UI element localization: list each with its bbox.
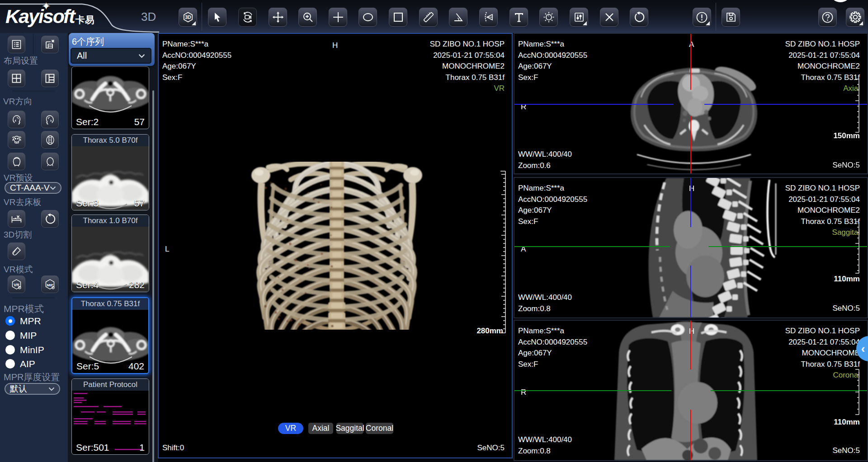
svg-text:3D: 3D — [185, 14, 191, 20]
svg-text:VR: VR — [14, 283, 19, 287]
svg-text:MIP: MIP — [47, 283, 53, 287]
